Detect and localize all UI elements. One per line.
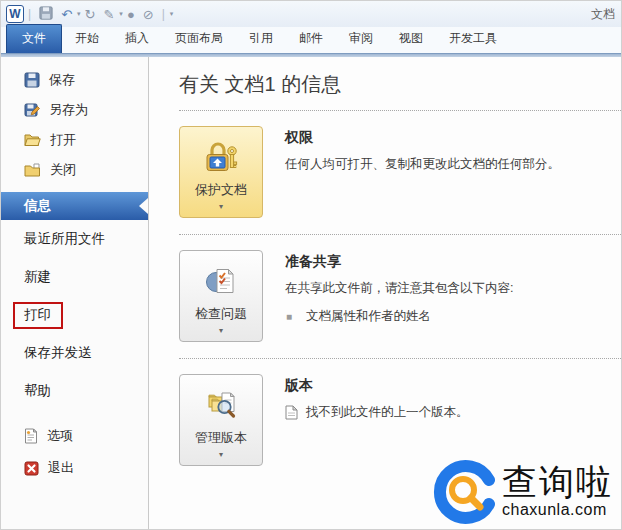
- version-status-text: 找不到此文件的上一个版本。: [306, 404, 469, 421]
- save-icon: [24, 72, 40, 88]
- button-label: 检查问题: [195, 305, 247, 323]
- permissions-description: 任何人均可打开、复制和更改此文档的任何部分。: [285, 156, 560, 173]
- sidebar-item-options[interactable]: 选项: [1, 420, 148, 452]
- options-icon: [24, 428, 38, 444]
- no-draw-icon[interactable]: ⊘: [143, 8, 154, 21]
- versions-heading: 版本: [285, 377, 469, 395]
- chaxunla-logo-icon: [432, 459, 498, 525]
- redo-icon[interactable]: ↻: [85, 8, 96, 21]
- sidebar-item-label: 选项: [47, 427, 73, 445]
- tab-references[interactable]: 引用: [236, 25, 286, 53]
- undo-icon[interactable]: ↶: [61, 8, 72, 21]
- draw-icon[interactable]: ✎: [103, 8, 114, 21]
- sidebar-item-info-selected[interactable]: 信息: [1, 192, 148, 220]
- window-title: 文档: [591, 6, 615, 23]
- sidebar-item-label: 关闭: [50, 161, 76, 179]
- separator: |: [162, 7, 165, 21]
- exit-icon: [24, 461, 39, 476]
- button-label: 保护文档: [195, 181, 247, 199]
- permissions-section: 保护文档 ▾ 权限 任何人均可打开、复制和更改此文档的任何部分。: [179, 111, 621, 235]
- tab-file[interactable]: 文件: [6, 24, 62, 53]
- sidebar-item-save[interactable]: 保存: [1, 65, 148, 95]
- dropdown-arrow-icon: ▾: [219, 450, 223, 459]
- tab-view[interactable]: 视图: [386, 25, 436, 53]
- customize-qat-icon[interactable]: ▾: [170, 10, 174, 18]
- word-logo-icon[interactable]: W: [6, 5, 24, 23]
- sidebar-item-new[interactable]: 新建: [1, 258, 148, 296]
- dropdown-arrow-icon: ▾: [219, 326, 223, 335]
- close-folder-icon: [24, 162, 41, 178]
- sidebar-item-exit[interactable]: 退出: [1, 452, 148, 484]
- document-icon: [285, 405, 298, 420]
- sidebar-item-close[interactable]: 关闭: [1, 155, 148, 185]
- ribbon-tab-row: 文件 开始 插入 页面布局 引用 邮件 审阅 视图 开发工具: [1, 27, 621, 53]
- tab-page-layout[interactable]: 页面布局: [162, 25, 236, 53]
- sidebar-item-label: 另存为: [49, 101, 88, 119]
- permissions-heading: 权限: [285, 129, 560, 147]
- tab-home[interactable]: 开始: [62, 25, 112, 53]
- undo-dropdown-icon[interactable]: ▾: [77, 10, 81, 18]
- lock-key-icon: [202, 139, 240, 178]
- check-for-issues-button[interactable]: 检查问题 ▾: [179, 250, 263, 342]
- separator: |: [28, 7, 31, 21]
- watermark-brand: 查询啦: [502, 465, 613, 500]
- dropdown-arrow-icon: ▾: [219, 202, 223, 211]
- prepare-sharing-heading: 准备共享: [285, 253, 513, 271]
- chaxunla-watermark: 查询啦 chaxunla.com: [432, 459, 613, 525]
- tab-insert[interactable]: 插入: [112, 25, 162, 53]
- sidebar-item-label: 信息: [24, 197, 51, 215]
- sidebar-item-save-and-send[interactable]: 保存并发送: [1, 334, 148, 372]
- save-icon[interactable]: [39, 6, 53, 22]
- button-label: 管理版本: [195, 429, 247, 447]
- backstage-info-panel: 有关 文档1 的信息 保护文档 ▾ 权限 任何人均可打开、复制和更改此文档的任何…: [149, 57, 621, 530]
- sidebar-item-recent[interactable]: 最近所用文件: [1, 220, 148, 258]
- sharing-concern-text: 文档属性和作者的姓名: [306, 308, 431, 325]
- tab-review[interactable]: 审阅: [336, 25, 386, 53]
- sidebar-item-label: 打开: [50, 131, 76, 149]
- manage-versions-button[interactable]: 管理版本 ▾: [179, 374, 263, 466]
- sidebar-item-label: 退出: [48, 459, 74, 477]
- version-status-row: 找不到此文件的上一个版本。: [285, 404, 469, 421]
- prepare-sharing-section: 检查问题 ▾ 准备共享 在共享此文件前，请注意其包含以下内容: ■ 文档属性和作…: [179, 235, 621, 359]
- page-title: 有关 文档1 的信息: [179, 71, 621, 111]
- sidebar-item-open[interactable]: 打开: [1, 125, 148, 155]
- bullet-icon: ■: [286, 311, 292, 322]
- sidebar-item-help[interactable]: 帮助: [1, 372, 148, 410]
- sharing-concern-item: ■ 文档属性和作者的姓名: [285, 308, 513, 325]
- check-issues-icon: [203, 263, 239, 302]
- watermark-domain: chaxunla.com: [502, 501, 613, 519]
- save-as-icon: [24, 102, 40, 118]
- sidebar-item-label: 保存: [49, 71, 75, 89]
- word-backstage-window: W | ↶▾ ↻ ✎▾ ● ⊘ | ▾ 文档 文件 开始 插入 页面布局 引用 …: [0, 0, 622, 530]
- manage-versions-icon: [203, 387, 239, 426]
- sidebar-item-save-as[interactable]: 另存为: [1, 95, 148, 125]
- globe-icon[interactable]: ●: [127, 8, 135, 21]
- backstage-sidebar: 保存 另存为 打开 关闭 信息 最近所用文件 新建 打印 保存并发: [1, 57, 149, 530]
- open-folder-icon: [24, 132, 41, 148]
- draw-dropdown-icon[interactable]: ▾: [119, 10, 123, 18]
- sidebar-item-label: 打印: [24, 307, 51, 322]
- tab-mailings[interactable]: 邮件: [286, 25, 336, 53]
- protect-document-button[interactable]: 保护文档 ▾: [179, 126, 263, 218]
- title-bar: W | ↶▾ ↻ ✎▾ ● ⊘ | ▾ 文档: [1, 1, 621, 27]
- prepare-sharing-description: 在共享此文件前，请注意其包含以下内容:: [285, 280, 513, 297]
- print-highlight-box: 打印: [13, 302, 63, 329]
- tab-developer[interactable]: 开发工具: [436, 25, 510, 53]
- sidebar-item-print[interactable]: 打印: [1, 296, 148, 334]
